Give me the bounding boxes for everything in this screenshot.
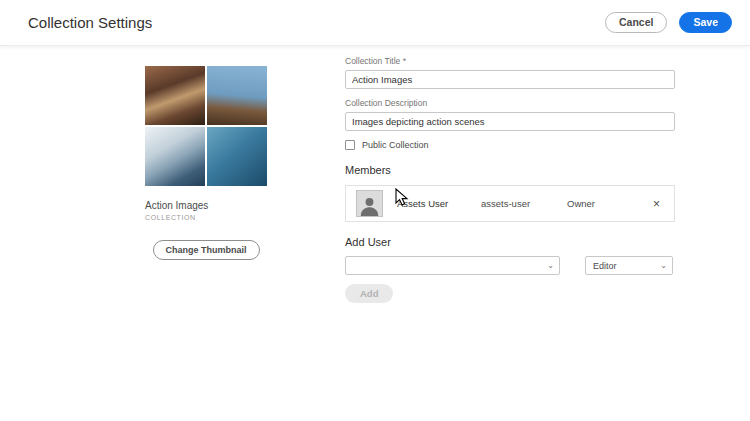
chevron-down-icon: ⌄ <box>655 261 672 270</box>
collection-title-label: Collection Title * <box>345 56 675 66</box>
user-avatar-icon <box>356 190 383 217</box>
member-name: Assets User <box>397 198 481 209</box>
remove-member-icon[interactable]: × <box>649 196 664 212</box>
page-title: Collection Settings <box>28 14 152 31</box>
collection-thumbnail-panel: Action Images COLLECTION Change Thumbnai… <box>145 66 267 260</box>
collection-description-label: Collection Description <box>345 98 675 108</box>
cancel-button[interactable]: Cancel <box>605 12 667 33</box>
member-row: Assets User assets-user Owner × <box>345 185 675 222</box>
change-thumbnail-button[interactable]: Change Thumbnail <box>153 240 260 260</box>
member-username: assets-user <box>481 198 567 209</box>
header-bar: Collection Settings Cancel Save <box>0 0 750 46</box>
chevron-down-icon[interactable]: ⌄ <box>542 261 559 270</box>
add-user-heading: Add User <box>345 236 675 248</box>
role-select[interactable]: Editor ⌄ <box>585 256 673 275</box>
collection-description-input[interactable] <box>345 112 675 131</box>
members-heading: Members <box>345 164 675 176</box>
add-user-input[interactable] <box>346 257 542 274</box>
public-collection-label: Public Collection <box>362 140 429 150</box>
add-user-combobox[interactable]: ⌄ <box>345 256 560 275</box>
member-role: Owner <box>567 198 637 209</box>
thumbnail-photo-snow <box>145 127 205 186</box>
role-select-value: Editor <box>586 261 655 271</box>
thumbnail-photo-hiking <box>145 66 205 125</box>
header-actions: Cancel Save <box>605 12 732 33</box>
collection-thumbnail <box>145 66 267 186</box>
thumbnail-photo-climbing <box>207 66 267 125</box>
save-button[interactable]: Save <box>679 12 732 33</box>
collection-name: Action Images <box>145 200 267 211</box>
public-collection-checkbox[interactable] <box>345 140 355 150</box>
collection-type-label: COLLECTION <box>145 214 267 221</box>
add-user-button[interactable]: Add <box>345 284 393 303</box>
thumbnail-photo-wave <box>207 127 267 186</box>
collection-settings-form: Collection Title * Collection Descriptio… <box>345 56 675 303</box>
collection-title-input[interactable] <box>345 70 675 89</box>
